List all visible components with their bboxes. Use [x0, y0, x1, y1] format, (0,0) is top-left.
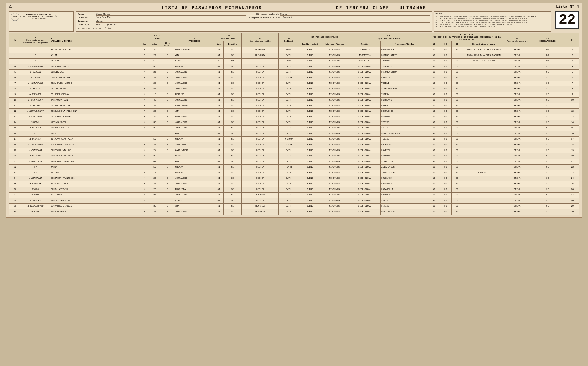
cell-name: SECKANOVIC JULIA: [50, 203, 140, 209]
cell-salud: BUENO: [300, 148, 320, 153]
cell-idiomas: CECHIA: [242, 159, 279, 164]
cell-si1: SI: [451, 92, 463, 97]
cell-nacion: CECH-SLOV.: [349, 176, 381, 181]
cell-no2: NO: [440, 153, 452, 159]
cell-lee: SI: [214, 92, 223, 97]
cell-orden: 6: [566, 75, 579, 81]
cell-lee: SI: [214, 192, 223, 198]
cell-prov: PRUSANKY: [380, 181, 428, 187]
cell-escribe: SI: [223, 209, 242, 215]
cell-obs2: SI: [529, 181, 566, 187]
cell-sex: F: [140, 64, 149, 69]
cell-civil: S: [161, 75, 174, 81]
cell-prof: JORNALERO: [174, 86, 214, 92]
cell-años: [463, 164, 505, 170]
cell-años: 1924-1928 TACURAL: [463, 58, 505, 64]
col-header-prof: 7PROFESIÓN: [174, 33, 214, 47]
cell-prov: UH-BROD: [380, 142, 428, 148]
cell-num: 27: [9, 192, 21, 198]
cell-años: [463, 176, 505, 181]
cell-prof: COMERCIANTE: [174, 47, 214, 53]
cell-lee: SI: [214, 176, 223, 181]
cell-no1: NO: [428, 58, 440, 64]
cell-si1: SI: [451, 176, 463, 181]
cell-idiomas: CECHIA: [242, 86, 279, 92]
cell-obs: VAVHYS: [21, 120, 50, 125]
cell-name: EMILIA: [50, 170, 140, 176]
cell-civil: S: [161, 69, 174, 75]
col-subheader-escribe: Escribe: [223, 41, 242, 47]
cell-port: BREMA: [505, 176, 529, 181]
cell-num: 5: [9, 69, 21, 75]
cell-escribe: SI: [223, 75, 242, 81]
cell-edad: 23: [149, 198, 161, 203]
cell-lee: SI: [214, 86, 223, 92]
cell-prof: JORNALERO: [174, 209, 214, 215]
cell-sex: M: [140, 120, 149, 125]
cell-no2: NO: [440, 181, 452, 187]
cell-num: 8: [9, 86, 21, 92]
cell-edad: 33: [149, 64, 161, 69]
cell-lee: SI: [214, 69, 223, 75]
cell-defectos: NINGUNOS: [320, 176, 349, 181]
cell-orden: 4: [566, 64, 579, 69]
cell-name: MARIA: [50, 164, 140, 170]
republic-seal: ARG: [11, 13, 19, 21]
cell-sex: M: [140, 153, 149, 159]
cell-edad: 23: [149, 181, 161, 187]
col-subheader-prov: Provincia/Ciudad: [380, 41, 428, 47]
cell-name: ANITA: [50, 53, 140, 58]
col-subheader-age: Años: [149, 41, 161, 47]
cell-idiomas: CECHIA: [242, 170, 279, 176]
cell-lee: SI: [214, 47, 223, 53]
cell-salud: BUENO: [300, 131, 320, 136]
cell-prof: ZAPATERO: [174, 142, 214, 148]
nota-4: 4.° Todo buque entregará al Visitador de…: [435, 21, 549, 24]
col-header-name: 3APELLIDO Y NOMBRE: [50, 33, 140, 47]
cell-escribe: NO: [223, 58, 242, 64]
cell-escribe: SI: [223, 86, 242, 92]
cell-nacion: CECH-SLOV.: [349, 198, 381, 203]
cell-defectos: NINGUNOS: [320, 114, 349, 120]
cell-port: BREMA: [505, 92, 529, 97]
cell-obs: ": [21, 58, 50, 64]
cell-nacion: CECH-SLOV.: [349, 64, 381, 69]
cell-si1: SI: [451, 170, 463, 176]
cell-obs2: SI: [529, 198, 566, 203]
cell-si1: SI: [451, 159, 463, 164]
cell-civil: S: [161, 125, 174, 131]
cell-escribe: SI: [223, 103, 242, 108]
cell-no2: NO: [440, 176, 452, 181]
nota-6: 6.° Sólo se admiten los semillas en los …: [435, 26, 549, 28]
cell-port: BREMA: [505, 64, 529, 69]
cell-obs: a SECKANOVIC: [21, 203, 50, 209]
cell-obs2: SI: [529, 97, 566, 103]
main-page: 4 Lista N° 4 LISTA DE PASAJEROS EXTRANJE…: [6, 3, 582, 218]
cell-edad: 23: [149, 187, 161, 192]
cell-sex: F: [140, 203, 149, 209]
cell-años: [463, 187, 505, 192]
table-row: 1"ANITAF21CAMASISIALEMANIACATH.BUENONING…: [9, 53, 579, 58]
cell-num: 21: [9, 159, 21, 164]
col-subheader-salud: Condic. salud: [300, 41, 320, 47]
table-row: 25a VASICEKVASICEK JOSEJM23SJORNALEROSIS…: [9, 181, 579, 187]
cell-civil: S: [161, 203, 174, 209]
cell-años: [463, 97, 505, 103]
cell-sex: M: [140, 69, 149, 75]
cell-no2: NO: [440, 142, 452, 148]
cell-no2: NO: [440, 187, 452, 192]
cell-si1: SI: [451, 203, 463, 209]
cell-lee: SI: [214, 142, 223, 148]
cell-nacion: CECH-SLOV.: [349, 148, 381, 153]
cell-si1: SI: [451, 209, 463, 215]
cell-name: VAVHYS JOSEF: [50, 120, 140, 125]
cell-idiomas: ALEMANIA: [242, 53, 279, 58]
cell-idiomas: CECHIA: [242, 69, 279, 75]
col-header-port: 16Puerto de embarco: [505, 33, 529, 47]
cell-obs: a STRUZKA: [21, 153, 50, 159]
col-subheader-sex: Sex: [140, 41, 149, 47]
cell-salud: BUENO: [300, 181, 320, 187]
cell-port: BREMA: [505, 131, 529, 136]
tonelaje-label: Tonelaje: [78, 23, 95, 26]
cell-obs2: SI: [529, 86, 566, 92]
